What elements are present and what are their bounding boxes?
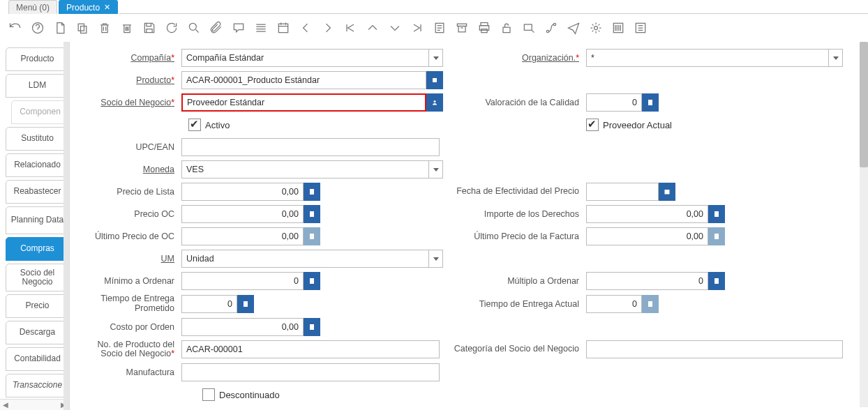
svg-rect-10 <box>481 29 487 33</box>
input-categoria[interactable] <box>586 340 843 358</box>
sidebar-tab-transacciones[interactable]: Transaccione <box>6 374 69 397</box>
input-multiplo[interactable] <box>586 272 708 290</box>
sidebar-tab-sustituto[interactable]: Sustituto <box>6 127 69 151</box>
svg-rect-18 <box>433 78 437 82</box>
attach-icon[interactable] <box>208 20 225 36</box>
date-fecha-efect-icon[interactable] <box>659 183 675 201</box>
down-icon[interactable] <box>387 20 403 36</box>
zoom-icon[interactable] <box>521 20 537 36</box>
calc-valoracion-icon[interactable] <box>642 93 659 112</box>
dropdown-moneda[interactable] <box>429 160 443 179</box>
lookup-producto-icon[interactable] <box>426 71 443 89</box>
input-tiempo-actual[interactable] <box>586 295 642 313</box>
up-icon[interactable] <box>364 20 381 36</box>
last-icon[interactable] <box>409 20 426 36</box>
sidebar-tab-socio[interactable]: Socio del Negocio <box>6 264 69 291</box>
top-tab-menu[interactable]: Menú (0) <box>8 0 57 14</box>
content-scrollbar[interactable] <box>860 42 868 407</box>
lookup-socio-icon[interactable] <box>426 93 443 112</box>
prev-icon[interactable] <box>297 20 314 36</box>
sidebar-tab-planning[interactable]: Planning Data <box>6 206 69 234</box>
input-precio-oc[interactable] <box>181 205 304 223</box>
input-socio[interactable] <box>181 93 426 112</box>
label-producto: Producto* <box>77 75 181 85</box>
input-um[interactable] <box>181 250 429 268</box>
search-icon[interactable] <box>186 20 202 36</box>
input-compania[interactable] <box>181 49 429 67</box>
grid-icon[interactable] <box>253 20 269 36</box>
label-importe-der: Importe de los Derechos <box>454 209 586 219</box>
delete-all-icon[interactable] <box>119 20 135 36</box>
input-manufactura[interactable] <box>181 363 440 381</box>
report-icon[interactable] <box>431 20 448 36</box>
dropdown-um[interactable] <box>429 250 443 268</box>
top-tab-producto[interactable]: Producto ✕ <box>59 0 118 14</box>
calc-minimo-icon[interactable] <box>304 272 320 290</box>
svg-rect-2 <box>81 26 87 33</box>
input-organizacion[interactable] <box>586 49 829 67</box>
input-ultimo-factura[interactable] <box>586 227 708 245</box>
new-icon[interactable] <box>52 20 68 36</box>
lock-icon[interactable] <box>498 20 515 36</box>
refresh-icon[interactable] <box>163 20 180 36</box>
calc-multiplo-icon[interactable] <box>708 272 725 290</box>
sidebar-tab-reabastecer[interactable]: Reabastecer <box>6 180 69 204</box>
product-info-icon[interactable] <box>610 20 627 36</box>
sidebar-tab-ldm[interactable]: LDM <box>6 74 69 98</box>
label-proveedor-actual: Proveedor Actual <box>603 120 672 130</box>
input-no-prod[interactable] <box>181 340 440 358</box>
input-ultimo-oc[interactable] <box>181 227 304 245</box>
dropdown-compania[interactable] <box>429 49 443 67</box>
close-tab-icon[interactable]: ✕ <box>104 3 110 12</box>
chat-icon[interactable] <box>230 20 247 36</box>
first-icon[interactable] <box>342 20 359 36</box>
sidebar-tab-contabilidad[interactable]: Contabilidad <box>6 347 69 371</box>
sidebar-tab-descarga[interactable]: Descarga <box>6 321 69 344</box>
calc-precio-lista-icon[interactable] <box>304 183 320 201</box>
save-icon[interactable] <box>141 20 158 36</box>
process-icon[interactable] <box>632 20 649 36</box>
input-upc[interactable] <box>181 138 440 156</box>
next-icon[interactable] <box>320 20 336 36</box>
workflow-icon[interactable] <box>543 20 560 36</box>
copy-icon[interactable] <box>74 20 91 36</box>
highlight-socio <box>181 93 443 112</box>
calc-importe-der-icon[interactable] <box>708 205 725 223</box>
help-icon[interactable] <box>29 20 46 36</box>
input-tiempo-prom[interactable] <box>181 295 237 313</box>
svg-rect-20 <box>648 100 652 105</box>
input-valoracion[interactable] <box>586 93 642 112</box>
sidebar-tab-componentes[interactable]: Componen <box>11 100 69 124</box>
checkbox-descontinuado[interactable] <box>202 388 215 401</box>
sidebar-tab-relacionado[interactable]: Relacionado <box>6 153 69 177</box>
checkbox-proveedor-actual[interactable] <box>586 119 599 131</box>
label-manufactura: Manufactura <box>77 367 181 377</box>
svg-rect-1 <box>78 24 84 31</box>
svg-rect-21 <box>310 189 314 195</box>
input-producto[interactable] <box>181 71 426 89</box>
checkbox-activo[interactable] <box>188 119 201 131</box>
delete-icon[interactable] <box>96 20 113 36</box>
gear-icon[interactable] <box>588 20 604 36</box>
input-moneda[interactable] <box>181 160 429 179</box>
sidebar-tab-compras[interactable]: Compras <box>6 237 69 261</box>
svg-rect-7 <box>458 26 465 32</box>
input-minimo[interactable] <box>181 272 304 290</box>
sidebar-tab-producto[interactable]: Producto <box>6 47 69 71</box>
print-icon[interactable] <box>476 20 493 36</box>
calc-precio-oc-icon[interactable] <box>304 205 320 223</box>
input-fecha-efect[interactable] <box>586 183 659 201</box>
undo-icon[interactable] <box>7 20 24 36</box>
calendar-icon[interactable] <box>275 20 292 36</box>
input-importe-der[interactable] <box>586 205 708 223</box>
calc-costo-orden-icon[interactable] <box>304 318 320 336</box>
sidebar-tab-precio[interactable]: Precio <box>6 294 69 318</box>
sidebar-scrollbar[interactable] <box>63 42 69 410</box>
dropdown-organizacion[interactable] <box>829 49 843 67</box>
send-icon[interactable] <box>565 20 582 36</box>
input-precio-lista[interactable] <box>181 183 304 201</box>
calc-tiempo-prom-icon[interactable] <box>237 295 254 313</box>
archive-icon[interactable] <box>454 20 470 36</box>
nav-left-icon[interactable]: ◀ <box>3 401 8 409</box>
input-costo-orden[interactable] <box>181 318 304 336</box>
